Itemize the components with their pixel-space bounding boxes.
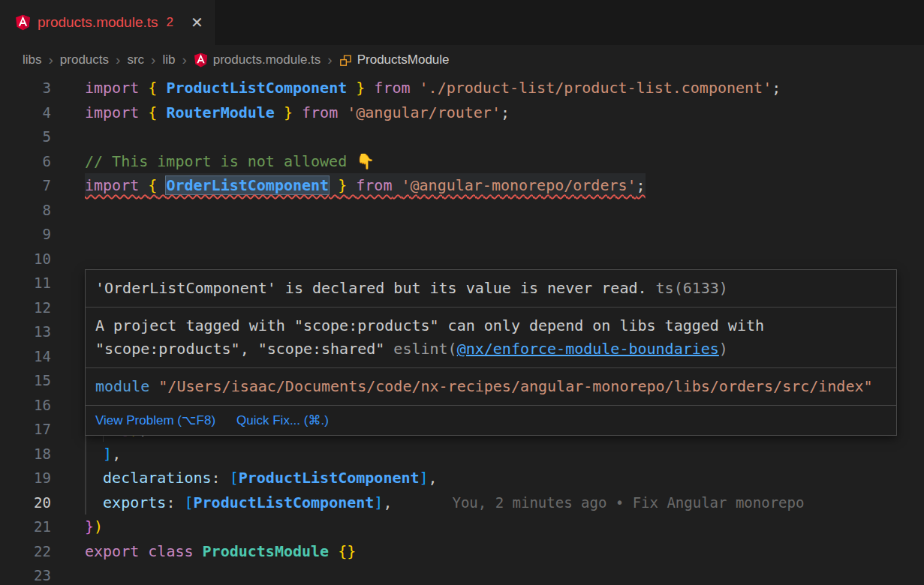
code-line[interactable]: 9 bbox=[0, 222, 924, 247]
code-token: '@angular-monorepo/orders' bbox=[402, 176, 637, 194]
editor: 3import { ProductListComponent } from '.… bbox=[0, 75, 924, 585]
code-line[interactable]: 23 bbox=[0, 563, 924, 585]
eslint-rule-link[interactable]: @nx/enforce-module-boundaries bbox=[457, 340, 719, 358]
code-token: } bbox=[356, 79, 365, 97]
close-icon[interactable]: ✕ bbox=[191, 15, 203, 30]
line-number[interactable]: 20 bbox=[0, 490, 51, 515]
code-line[interactable]: 21}) bbox=[0, 514, 924, 539]
code-line[interactable]: 22export class ProductsModule {} bbox=[0, 539, 924, 564]
git-blame-annotation: You, 2 minutes ago • Fix Angular monorep… bbox=[392, 494, 804, 511]
line-number[interactable]: 23 bbox=[0, 563, 51, 585]
module-keyword: module bbox=[95, 377, 158, 395]
code-line[interactable]: 19 declarations: [ProductListComponent], bbox=[0, 466, 924, 490]
code-line[interactable]: 20 exports: [ProductListComponent],You, … bbox=[0, 490, 924, 515]
code-token: OrderListComponent bbox=[166, 176, 329, 194]
breadcrumb-label: products bbox=[60, 52, 109, 68]
code-token: exports bbox=[103, 494, 166, 512]
code-token: { bbox=[148, 176, 157, 194]
line-number[interactable]: 13 bbox=[0, 320, 51, 344]
line-number[interactable]: 4 bbox=[0, 100, 51, 125]
code-line[interactable]: 18 ], bbox=[0, 442, 924, 466]
code-token bbox=[329, 176, 338, 194]
code-token: import bbox=[85, 176, 139, 194]
code-token: : bbox=[212, 469, 230, 487]
code-line-content: exports: [ProductListComponent],You, 2 m… bbox=[85, 490, 804, 515]
view-problem-button[interactable]: View Problem (⌥F8) bbox=[95, 412, 215, 428]
code-line-content: import { OrderListComponent } from '@ang… bbox=[85, 173, 646, 198]
hover-eslint-error: A project tagged with "scope:products" c… bbox=[86, 307, 896, 368]
line-number[interactable]: 8 bbox=[0, 198, 51, 223]
line-number[interactable]: 11 bbox=[0, 271, 51, 296]
line-number[interactable]: 7 bbox=[0, 173, 51, 198]
breadcrumb-label: products.module.ts bbox=[213, 52, 321, 68]
line-number[interactable]: 5 bbox=[0, 124, 51, 149]
code-token bbox=[275, 104, 284, 122]
tab-products-module[interactable]: products.module.ts 2 ✕ bbox=[0, 0, 216, 45]
eslint-source-open: eslint( bbox=[393, 340, 456, 358]
chevron-right-icon: › bbox=[116, 52, 120, 68]
code-token: ProductsModule bbox=[203, 542, 330, 560]
symbol-class-icon bbox=[339, 54, 352, 67]
code-token bbox=[329, 542, 338, 560]
line-number[interactable]: 22 bbox=[0, 539, 51, 564]
code-line[interactable]: 8 bbox=[0, 198, 924, 223]
code-token: class bbox=[148, 542, 193, 560]
code-line[interactable]: 7import { OrderListComponent } from '@an… bbox=[0, 173, 924, 198]
code-token: { bbox=[148, 79, 157, 97]
tab-title: products.module.ts bbox=[38, 14, 158, 31]
code-token: RouterModule bbox=[166, 104, 275, 122]
breadcrumb-item-src[interactable]: src bbox=[127, 52, 144, 68]
code-token: from bbox=[302, 104, 338, 122]
line-number[interactable]: 17 bbox=[0, 417, 51, 442]
code-token bbox=[157, 104, 166, 122]
quick-fix-button[interactable]: Quick Fix... (⌘.) bbox=[236, 412, 329, 428]
code-token: from bbox=[356, 176, 392, 194]
code-token: ) bbox=[94, 518, 103, 536]
breadcrumb-item-lib[interactable]: lib bbox=[162, 52, 175, 68]
line-number[interactable]: 19 bbox=[0, 466, 51, 490]
breadcrumb-item-products-module-ts[interactable]: products.module.ts bbox=[194, 52, 321, 68]
line-number[interactable]: 18 bbox=[0, 442, 51, 466]
code-line[interactable]: 4import { RouterModule } from '@angular/… bbox=[0, 100, 924, 125]
line-number[interactable]: 14 bbox=[0, 344, 51, 369]
angular-icon bbox=[194, 52, 208, 68]
code-token: , bbox=[429, 469, 438, 487]
hover-module-info: module "/Users/isaac/Documents/code/nx-r… bbox=[86, 368, 896, 405]
chevron-right-icon: › bbox=[49, 52, 53, 68]
code-token: [ bbox=[230, 469, 239, 487]
breadcrumb-item-libs[interactable]: libs bbox=[23, 52, 42, 68]
breadcrumb-item-productsmodule[interactable]: ProductsModule bbox=[339, 52, 450, 68]
code-line[interactable]: 10 bbox=[0, 247, 924, 272]
module-path: "/Users/isaac/Documents/code/nx-recipes/… bbox=[158, 377, 872, 395]
breadcrumb-label: ProductsModule bbox=[357, 52, 450, 68]
code-line[interactable]: 6// This import is not allowed 👇 bbox=[0, 149, 924, 174]
line-number[interactable]: 15 bbox=[0, 368, 51, 393]
code-token: ] bbox=[420, 469, 429, 487]
code-token: ] bbox=[374, 494, 383, 512]
ts-error-code: ts(6133) bbox=[656, 279, 728, 297]
code-token: ; bbox=[501, 104, 510, 122]
code-token: [ bbox=[184, 494, 193, 512]
code-token bbox=[293, 104, 302, 122]
chevron-right-icon: › bbox=[327, 52, 332, 68]
line-number[interactable]: 10 bbox=[0, 247, 51, 272]
breadcrumb: libs›products›src›lib›products.module.ts… bbox=[0, 45, 924, 75]
code-token: ProductListComponent bbox=[166, 79, 347, 97]
line-number[interactable]: 21 bbox=[0, 514, 51, 539]
code-line-content: import { RouterModule } from '@angular/r… bbox=[85, 100, 510, 125]
code-line[interactable]: 5 bbox=[0, 124, 924, 149]
breadcrumb-item-products[interactable]: products bbox=[60, 52, 109, 68]
line-number[interactable]: 6 bbox=[0, 149, 51, 174]
line-number[interactable]: 12 bbox=[0, 296, 51, 320]
error-hover-popup: 'OrderListComponent' is declared but its… bbox=[85, 269, 897, 436]
code-line-content: export class ProductsModule {} bbox=[85, 539, 356, 564]
code-line[interactable]: 3import { ProductListComponent } from '.… bbox=[0, 76, 924, 100]
line-number[interactable]: 9 bbox=[0, 222, 51, 247]
line-number[interactable]: 16 bbox=[0, 393, 51, 418]
code-token: } bbox=[85, 518, 94, 536]
line-number[interactable]: 3 bbox=[0, 76, 51, 100]
code-token: export bbox=[85, 542, 139, 560]
code-token: declarations bbox=[103, 469, 212, 487]
code-token: ] bbox=[103, 445, 112, 463]
code-token: , bbox=[383, 494, 392, 512]
